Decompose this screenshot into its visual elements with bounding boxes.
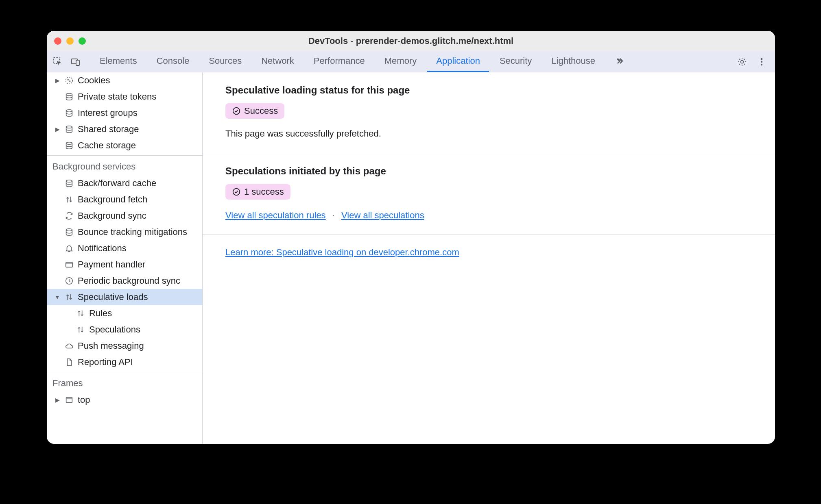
- tab-application[interactable]: Application: [427, 51, 489, 72]
- badge-text: Success: [244, 106, 278, 116]
- inspect-element-icon[interactable]: [52, 56, 63, 67]
- file-icon: [64, 358, 74, 367]
- database-icon: [64, 179, 74, 188]
- sidebar-item-bounce-tracking[interactable]: Bounce tracking mitigations: [47, 224, 202, 240]
- sidebar-item-label: Background fetch: [78, 194, 147, 205]
- learn-more-section: Learn more: Speculative loading on devel…: [203, 235, 775, 272]
- content-area: ▶ Cookies Private state tokens: [47, 72, 775, 444]
- status-badge-count: 1 success: [225, 184, 290, 200]
- sidebar-item-label: Speculations: [89, 324, 140, 335]
- background-services-header: Background services: [47, 156, 202, 175]
- sidebar-item-label: Notifications: [78, 243, 127, 254]
- svg-point-3: [741, 60, 744, 63]
- cookie-icon: [64, 76, 74, 85]
- bell-icon: [64, 244, 74, 253]
- toolbar-left-icons: [52, 51, 91, 72]
- sidebar-item-label: Periodic background sync: [78, 276, 180, 286]
- frame-icon: [64, 395, 74, 404]
- database-icon: [64, 228, 74, 237]
- window-title: DevTools - prerender-demos.glitch.me/nex…: [308, 36, 513, 46]
- settings-icon[interactable]: [737, 56, 747, 67]
- sidebar-item-speculations[interactable]: Speculations: [47, 322, 202, 338]
- tab-sources[interactable]: Sources: [200, 51, 251, 72]
- svg-point-4: [761, 58, 762, 59]
- tab-performance[interactable]: Performance: [305, 51, 374, 72]
- speculation-links: View all speculation rules · View all sp…: [225, 210, 752, 221]
- tab-lighthouse[interactable]: Lighthouse: [542, 51, 604, 72]
- database-icon: [64, 92, 74, 101]
- arrows-updown-icon: [75, 309, 86, 318]
- tab-elements[interactable]: Elements: [91, 51, 146, 72]
- more-tabs-button[interactable]: [606, 51, 633, 72]
- sidebar-item-background-fetch[interactable]: Background fetch: [47, 191, 202, 208]
- sidebar-item-label: Reporting API: [78, 357, 133, 367]
- sidebar-item-payment-handler[interactable]: Payment handler: [47, 256, 202, 273]
- clock-icon: [64, 276, 74, 285]
- tab-memory[interactable]: Memory: [376, 51, 426, 72]
- sidebar-item-periodic-sync[interactable]: Periodic background sync: [47, 273, 202, 289]
- sidebar-item-reporting-api[interactable]: Reporting API: [47, 354, 202, 370]
- sidebar-item-label: Push messaging: [78, 341, 144, 351]
- svg-point-14: [66, 180, 72, 182]
- sidebar-item-label: Speculative loads: [78, 292, 148, 302]
- application-sidebar: ▶ Cookies Private state tokens: [47, 72, 203, 444]
- speculative-loading-status-section: Speculative loading status for this page…: [203, 72, 775, 153]
- svg-point-11: [66, 110, 72, 112]
- sidebar-item-label: Cache storage: [78, 140, 136, 151]
- sidebar-item-top-frame[interactable]: ▶ top: [47, 392, 202, 408]
- sidebar-item-label: Shared storage: [78, 124, 139, 135]
- maximize-window-button[interactable]: [79, 37, 86, 45]
- chevron-right-icon: ▶: [54, 77, 61, 84]
- svg-rect-16: [66, 263, 73, 267]
- arrows-updown-icon: [75, 325, 86, 334]
- sidebar-item-cache-storage[interactable]: Cache storage: [47, 137, 202, 154]
- database-icon: [64, 125, 74, 134]
- svg-rect-18: [66, 398, 72, 403]
- sidebar-item-label: Cookies: [78, 75, 110, 86]
- svg-point-20: [233, 189, 240, 196]
- main-pane: Speculative loading status for this page…: [203, 72, 775, 444]
- section-title: Speculative loading status for this page: [225, 85, 752, 96]
- learn-more-link[interactable]: Learn more: Speculative loading on devel…: [225, 247, 459, 257]
- device-toolbar-icon[interactable]: [70, 56, 81, 67]
- sidebar-item-label: Back/forward cache: [78, 178, 156, 189]
- devtools-toolbar: Elements Console Sources Network Perform…: [47, 51, 775, 72]
- chevron-down-icon: ▼: [54, 294, 61, 300]
- card-icon: [64, 260, 74, 269]
- sidebar-item-label: Private state tokens: [78, 91, 156, 102]
- sidebar-item-speculative-rules[interactable]: Rules: [47, 305, 202, 322]
- check-circle-icon: [232, 106, 241, 115]
- tab-security[interactable]: Security: [491, 51, 541, 72]
- sidebar-item-speculative-loads[interactable]: ▼ Speculative loads: [47, 289, 202, 305]
- view-speculation-rules-link[interactable]: View all speculation rules: [225, 210, 326, 220]
- status-description: This page was successfully prefetched.: [225, 128, 752, 139]
- sidebar-item-back-forward-cache[interactable]: Back/forward cache: [47, 175, 202, 191]
- arrows-updown-icon: [64, 195, 74, 204]
- sidebar-item-push-messaging[interactable]: Push messaging: [47, 338, 202, 354]
- sync-icon: [64, 211, 74, 220]
- sidebar-item-label: top: [78, 395, 90, 405]
- toolbar-right-icons: [733, 51, 771, 72]
- sidebar-item-notifications[interactable]: Notifications: [47, 240, 202, 256]
- sidebar-item-interest-groups[interactable]: Interest groups: [47, 105, 202, 121]
- tab-console[interactable]: Console: [148, 51, 199, 72]
- cloud-icon: [64, 341, 74, 350]
- minimize-window-button[interactable]: [66, 37, 74, 45]
- sidebar-item-private-state-tokens[interactable]: Private state tokens: [47, 89, 202, 105]
- close-window-button[interactable]: [54, 37, 61, 45]
- frames-header: Frames: [47, 372, 202, 392]
- tab-network[interactable]: Network: [252, 51, 303, 72]
- more-menu-icon[interactable]: [756, 56, 767, 67]
- sidebar-item-background-sync[interactable]: Background sync: [47, 208, 202, 224]
- traffic-lights: [54, 37, 86, 45]
- sidebar-item-cookies[interactable]: ▶ Cookies: [47, 72, 202, 89]
- arrows-updown-icon: [64, 293, 74, 302]
- svg-point-15: [66, 229, 72, 231]
- view-speculations-link[interactable]: View all speculations: [341, 210, 424, 220]
- section-title: Speculations initiated by this page: [225, 165, 752, 177]
- database-icon: [64, 109, 74, 117]
- svg-point-5: [761, 61, 762, 62]
- link-separator: ·: [332, 210, 335, 220]
- sidebar-item-shared-storage[interactable]: ▶ Shared storage: [47, 121, 202, 137]
- database-icon: [64, 141, 74, 150]
